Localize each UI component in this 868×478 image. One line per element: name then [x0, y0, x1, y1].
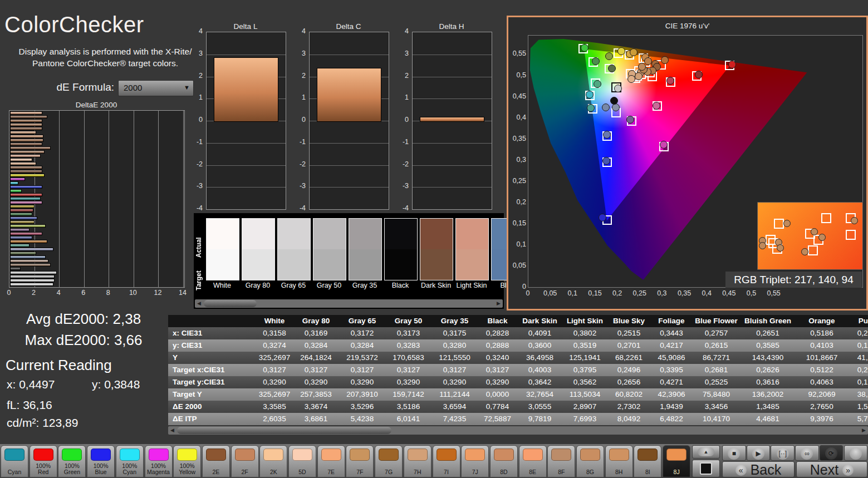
patch-tab-8j[interactable]: 8J: [663, 445, 690, 477]
stop-icon: ■: [728, 447, 740, 460]
swatch-target: [420, 249, 453, 280]
y-tick-label: 1: [292, 93, 306, 101]
patch-color-chip: [350, 449, 370, 461]
swatch-actual: [313, 219, 346, 249]
mini-chart-deltaC: [309, 32, 389, 210]
gridline: [310, 165, 389, 166]
scroll-left-icon[interactable]: ◀: [168, 426, 176, 435]
column-header: Blue Flower: [693, 315, 740, 327]
patch-color-chip: [4, 449, 24, 461]
continuous-measure-button[interactable]: ∞: [795, 445, 819, 461]
patch-tab-7h[interactable]: 7H: [404, 445, 431, 477]
patch-tab-2e[interactable]: 2E: [202, 445, 230, 477]
patch-tab-100red[interactable]: 100% Red: [30, 445, 57, 477]
table-cell: 0,3795: [562, 364, 607, 376]
patch-tab-100-cyan[interactable]: 100%Cyan: [116, 445, 144, 477]
x-tick-label: 14: [177, 289, 188, 297]
play-button[interactable]: ▶: [747, 445, 771, 461]
table-cell: 0,3284: [293, 339, 339, 352]
blank-button[interactable]: [844, 445, 868, 461]
next-arrow-icon: »: [842, 465, 854, 476]
table-cell: 0,21: [848, 364, 868, 376]
back-button[interactable]: « Back: [722, 461, 795, 477]
table-row: x: CIE310,31580,31690,31720,31730,31750,…: [168, 327, 868, 339]
table-cell: 0,4103: [796, 339, 848, 352]
single-measure-button[interactable]: [··]: [771, 445, 795, 461]
cie-y-tick: 0,55: [509, 50, 526, 57]
patch-tab-100-blue[interactable]: 100%Blue: [87, 445, 115, 477]
scroll-right-icon[interactable]: ▶: [860, 426, 868, 435]
patch-tab-7j[interactable]: 7J: [461, 445, 489, 477]
patch-tab-8i[interactable]: 8I: [634, 445, 661, 477]
continuous-measure-icon: ∞: [801, 447, 813, 460]
row-label: Target x:CIE31: [168, 364, 256, 376]
patch-tab-8h[interactable]: 8H: [605, 445, 633, 477]
column-header: Pur: [848, 315, 868, 327]
patch-tab-7g[interactable]: 7G: [375, 445, 403, 477]
table-cell: 75,8480: [693, 388, 740, 401]
patch-tab-8d[interactable]: 8D: [490, 445, 518, 477]
swatch-black: [384, 218, 418, 280]
y-tick-label: 0: [189, 116, 203, 124]
inset-target-marker: [846, 230, 856, 240]
table-cell: 0,3585: [740, 339, 796, 352]
patch-tab-2f[interactable]: 2F: [231, 445, 259, 477]
reading-y: y: 0,3848: [92, 378, 140, 391]
patch-tab-5d[interactable]: 5D: [288, 445, 316, 477]
patch-tab-2k[interactable]: 2K: [259, 445, 287, 477]
loop-measure-button[interactable]: ⟳: [820, 445, 844, 461]
de-formula-dropdown[interactable]: 2000 ▼: [118, 80, 194, 96]
patch-tab-7e[interactable]: 7E: [317, 445, 345, 477]
patch-tab-100-yellow[interactable]: 100%Yellow: [173, 445, 201, 477]
patch-color-chip: [177, 449, 197, 461]
patch-color-chip: [523, 449, 543, 461]
y-tick-label: 3: [395, 50, 409, 57]
patch-tab-7i[interactable]: 7I: [433, 445, 460, 477]
expand-button[interactable]: ▲: [692, 445, 720, 459]
patch-tab-label: Cyan: [1, 469, 28, 475]
gridline: [207, 165, 286, 166]
patch-tab-100-magenta[interactable]: 100%Magenta: [145, 445, 173, 477]
swatch-scroll-thumb[interactable]: [204, 300, 257, 307]
table-scroll-thumb[interactable]: [177, 427, 391, 434]
y-tick-label: 1: [189, 93, 203, 101]
gridline: [207, 187, 286, 188]
delta-bar: [214, 57, 278, 122]
swatch-actual: [456, 219, 488, 249]
cie-measured-marker: [592, 57, 600, 65]
patch-tab-8g[interactable]: 8G: [576, 445, 604, 477]
table-cell: 0,3127: [431, 364, 478, 376]
patch-tab-label: 7J: [462, 469, 488, 475]
patch-tab-8e[interactable]: 8E: [519, 445, 547, 477]
stop-square-button[interactable]: [692, 460, 720, 477]
scroll-left-icon[interactable]: ◀: [195, 299, 203, 308]
swatch-target: [456, 249, 488, 280]
deltae-bar: [10, 174, 45, 177]
stop-button[interactable]: ■: [722, 445, 746, 461]
patch-color-chip: [609, 449, 629, 461]
deltae-bar: [10, 131, 36, 134]
table-cell: 0,3127: [339, 364, 385, 376]
table-cell: 0,2888: [478, 339, 517, 352]
patch-tab-cyan[interactable]: Cyan: [1, 445, 28, 477]
swatch-scrollbar[interactable]: ◀ ▶: [195, 299, 503, 308]
table-cell: 4,4681: [740, 413, 796, 425]
deltae-bar: [10, 123, 42, 126]
next-button[interactable]: Next »: [796, 461, 867, 477]
table-cell: 0,3127: [256, 364, 293, 376]
patch-color-chip: [551, 449, 571, 461]
table-cell: 10,4170: [693, 413, 740, 425]
table-cell: 0,4271: [650, 376, 693, 388]
patch-tab-8f[interactable]: 8F: [547, 445, 575, 477]
table-scrollbar[interactable]: ◀ ▶: [168, 426, 868, 435]
table-cell: 264,1824: [293, 352, 339, 364]
scroll-right-icon[interactable]: ▶: [494, 299, 503, 308]
patch-tab-100-green[interactable]: 100%Green: [58, 445, 86, 477]
table-cell: 0,7784: [478, 401, 517, 413]
table-row: ΔE ITP2,60353,68615,42386,01417,423572,5…: [168, 413, 868, 425]
gridline: [413, 165, 492, 166]
patch-tab-7f[interactable]: 7F: [346, 445, 374, 477]
cie-y-tick: 0: [509, 283, 526, 290]
patch-color-chip: [292, 449, 312, 461]
column-header: Gray 50: [385, 315, 431, 327]
